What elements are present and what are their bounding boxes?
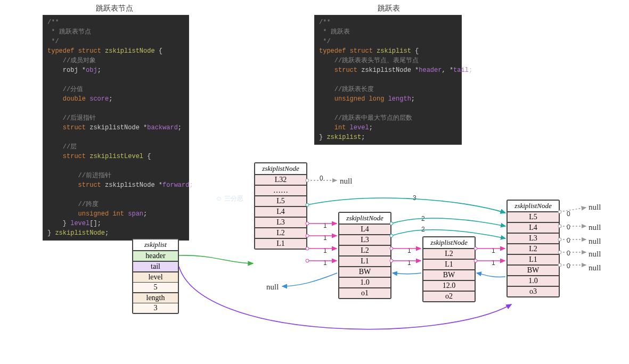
span-0-n3-L5: 0	[567, 210, 570, 218]
code-block-node: /** * 跳跃表节点 */ typedef struct zskiplistN…	[43, 15, 189, 241]
span-2-L3: 2	[421, 226, 425, 233]
node-2-title: zskiplistNode	[423, 237, 475, 249]
node-2-L1: L1	[423, 260, 475, 270]
node-1-obj: o1	[339, 288, 390, 298]
span-0-n3-L3: 0	[567, 237, 570, 244]
node-3-L2: L2	[508, 244, 559, 255]
node-head-title: zskiplistNode	[255, 163, 306, 175]
span-1-n2-L1: 1	[492, 259, 495, 267]
null-head-L32: null	[340, 177, 352, 186]
node-1-L4: L4	[339, 225, 390, 235]
null-n3-L4: null	[589, 223, 601, 232]
node-2-L2: L2	[423, 249, 475, 260]
node-head-L2: L2	[255, 228, 306, 239]
node-3-L3: L3	[508, 234, 559, 244]
node-head-L4: L4	[255, 207, 306, 218]
title-left: 跳跃表节点	[80, 4, 149, 13]
null-n3-L3: null	[589, 237, 601, 246]
node-2-BW: BW	[423, 270, 475, 281]
zskiplist-level-label: level	[133, 272, 178, 283]
node-head-L1: L1	[255, 239, 306, 249]
node-3-L1: L1	[508, 255, 559, 266]
node-head-dots: ……	[255, 186, 306, 196]
node-head-L5: L5	[255, 196, 306, 207]
node-3-BW: BW	[508, 266, 559, 276]
span-1-n2-L2: 1	[492, 247, 495, 254]
span-0-n3-L2: 0	[567, 250, 570, 257]
node-3-title: zskiplistNode	[508, 201, 559, 212]
node-3-L4: L4	[508, 223, 559, 234]
node-1-BW: BW	[339, 267, 390, 278]
span-1-h-L3: 1	[323, 234, 327, 242]
node-2-score: 12.0	[423, 281, 475, 292]
title-right: 跳跃表	[362, 4, 415, 13]
span-0-head: 0	[320, 175, 323, 182]
zskiplist-length-value: 3	[133, 303, 178, 313]
node-2-obj: o2	[423, 292, 475, 301]
span-0-n3-L4: 0	[567, 224, 570, 231]
null-n3-L2: null	[589, 250, 601, 259]
zskiplist-tail: tail	[133, 262, 178, 272]
node-1-score: 1.0	[339, 278, 390, 288]
node-1: zskiplistNode L4 L3 L2 L1 BW 1.0 o1	[338, 212, 391, 299]
node-head-L3: L3	[255, 218, 306, 228]
null-n1-bw: null	[266, 283, 279, 292]
watermark: ☺ 三分恶	[216, 194, 243, 203]
node-1-L3: L3	[339, 235, 390, 246]
node-3-score: 1.0	[508, 276, 559, 287]
node-1-L1: L1	[339, 257, 390, 267]
node-3: zskiplistNode L5 L4 L3 L2 L1 BW 1.0 o3	[507, 200, 560, 297]
node-head-L32: L32	[255, 175, 306, 186]
zskiplist-box: zskiplist header tail level 5 length 3	[132, 238, 179, 314]
null-n3-L5: null	[589, 203, 601, 212]
span-1-n1-L1: 1	[407, 259, 411, 267]
span-1-n1-L2: 1	[407, 247, 411, 254]
node-3-obj: o3	[508, 287, 559, 296]
code-block-list: /** * 跳跃表 */ typedef struct zskiplist { …	[314, 15, 462, 145]
span-1-h-L4: 1	[323, 222, 327, 229]
span-0-n3-L1: 0	[567, 262, 570, 270]
zskiplist-title: zskiplist	[133, 239, 178, 251]
span-3: 3	[413, 194, 416, 202]
null-n3-L1: null	[589, 263, 601, 272]
span-1-h-L1: 1	[323, 259, 327, 267]
node-2: zskiplistNode L2 L1 BW 12.0 o2	[422, 236, 476, 302]
zskiplist-header: header	[133, 251, 178, 262]
node-head: zskiplistNode L32 …… L5 L4 L3 L2 L1	[254, 162, 307, 250]
span-2-L4: 2	[421, 215, 425, 222]
zskiplist-level-value: 5	[133, 283, 178, 293]
node-1-L2: L2	[339, 246, 390, 257]
svg-point-5	[306, 259, 309, 262]
zskiplist-length-label: length	[133, 293, 178, 303]
node-1-title: zskiplistNode	[339, 213, 390, 225]
node-3-L5: L5	[508, 212, 559, 223]
span-1-h-L2: 1	[323, 247, 327, 254]
